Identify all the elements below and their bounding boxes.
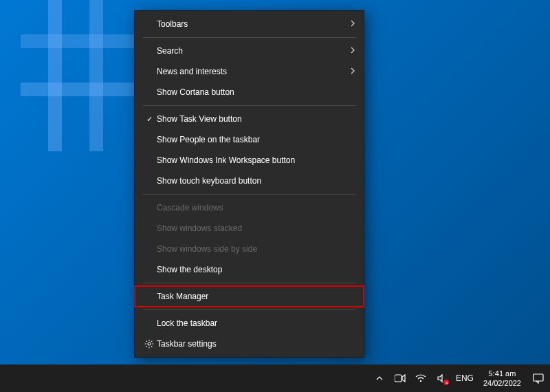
clock-date: 24/02/2022: [483, 378, 521, 388]
menu-separator: [143, 37, 355, 38]
language-indicator[interactable]: ENG: [452, 364, 478, 392]
svg-rect-3: [534, 374, 543, 381]
chevron-right-icon: [350, 67, 355, 76]
menu-separator: [143, 105, 355, 106]
menu-item-label: Cascade windows: [157, 203, 355, 213]
menu-item-label: Search: [157, 46, 350, 56]
svg-rect-1: [395, 375, 402, 382]
menu-item-label: Task Manager: [157, 292, 355, 301]
wifi-icon[interactable]: [415, 364, 427, 392]
menu-item-label: Show windows side by side: [157, 244, 355, 254]
menu-item-label: Toolbars: [157, 19, 350, 29]
clock[interactable]: 5:41 am 24/02/2022: [478, 364, 527, 392]
menu-item-label: Lock the taskbar: [157, 318, 355, 328]
volume-muted-icon[interactable]: ×: [435, 364, 448, 392]
check-icon: ✓: [142, 115, 157, 124]
svg-point-2: [420, 380, 421, 382]
menu-item-news-and-interests[interactable]: News and interests: [135, 61, 364, 82]
taskbar-context-menu: ToolbarsSearchNews and interestsShow Cor…: [134, 10, 364, 358]
menu-item-show-task-view-button[interactable]: ✓Show Task View button: [135, 109, 364, 129]
menu-item-search[interactable]: Search: [135, 41, 364, 61]
menu-item-label: Show Task View button: [157, 114, 355, 124]
gear-icon: [142, 339, 157, 349]
menu-item-lock-the-taskbar[interactable]: Lock the taskbar: [135, 313, 364, 334]
menu-separator: [143, 283, 355, 283]
menu-item-toolbars[interactable]: Toolbars: [135, 14, 364, 34]
menu-item-cascade-windows: Cascade windows: [135, 197, 364, 218]
menu-separator: [143, 194, 355, 195]
menu-item-label: Show Cortana button: [157, 87, 355, 97]
tray-chevron-icon[interactable]: [373, 364, 386, 392]
menu-item-label: Show People on the taskbar: [157, 135, 355, 144]
menu-item-task-manager[interactable]: Task Manager: [135, 286, 364, 307]
menu-item-label: Show the desktop: [157, 265, 355, 274]
chevron-right-icon: [350, 20, 355, 28]
menu-item-label: Taskbar settings: [157, 339, 355, 349]
system-tray[interactable]: ×: [369, 364, 452, 392]
clock-time: 5:41 am: [489, 369, 516, 378]
menu-item-label: Show touch keyboard button: [157, 176, 355, 186]
meet-now-icon[interactable]: [394, 364, 406, 392]
menu-separator: [143, 309, 355, 310]
menu-item-show-touch-keyboard-button[interactable]: Show touch keyboard button: [135, 171, 364, 191]
menu-item-label: Show windows stacked: [157, 224, 355, 233]
menu-item-show-people-on-the-taskbar[interactable]: Show People on the taskbar: [135, 129, 364, 150]
chevron-right-icon: [350, 47, 355, 55]
menu-item-taskbar-settings[interactable]: Taskbar settings: [135, 334, 364, 354]
menu-item-show-windows-stacked: Show windows stacked: [135, 218, 364, 239]
svg-point-0: [148, 342, 151, 345]
menu-item-label: Show Windows Ink Workspace button: [157, 155, 355, 165]
menu-item-show-the-desktop[interactable]: Show the desktop: [135, 259, 364, 280]
action-center-icon[interactable]: [527, 364, 550, 392]
menu-item-show-cortana-button[interactable]: Show Cortana button: [135, 82, 364, 102]
menu-item-label: News and interests: [157, 67, 350, 76]
taskbar[interactable]: × ENG 5:41 am 24/02/2022: [0, 364, 550, 392]
menu-item-show-windows-ink-workspace-button[interactable]: Show Windows Ink Workspace button: [135, 150, 364, 171]
menu-item-show-windows-side-by-side: Show windows side by side: [135, 239, 364, 259]
